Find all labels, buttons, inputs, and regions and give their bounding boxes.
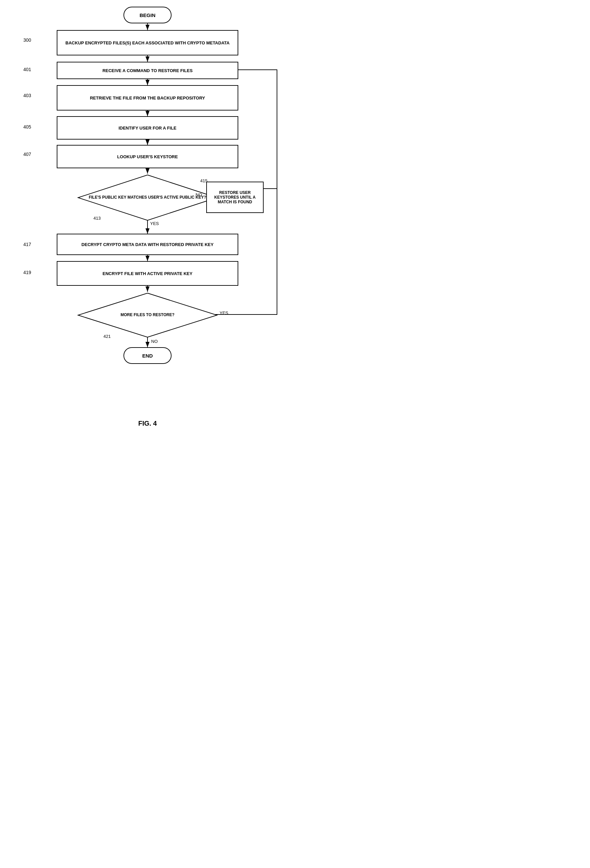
step-417: DECRYPT CRYPTO META DATA WITH RESTORED P… <box>57 234 238 255</box>
step-419: ENCRYPT FILE WITH ACTIVE PRIVATE KEY <box>57 261 238 286</box>
ref-417: 417 <box>24 242 31 247</box>
step-405: IDENTIFY USER FOR A FILE <box>57 116 238 140</box>
diagram-container: BEGIN 300 BACKUP ENCRYPTED FILES(S) EACH… <box>0 0 295 434</box>
ref-419: 419 <box>24 270 31 275</box>
no-label-421: NO <box>151 339 158 344</box>
begin-terminal: BEGIN <box>124 7 171 24</box>
ref-407: 407 <box>24 152 31 157</box>
flowchart: BEGIN 300 BACKUP ENCRYPTED FILES(S) EACH… <box>0 0 295 434</box>
ref-300: 300 <box>24 37 31 43</box>
ref-413: 413 <box>93 216 101 221</box>
ref-403: 403 <box>24 93 31 98</box>
ref-405: 405 <box>24 124 31 130</box>
yes-label-421: YES <box>220 310 228 316</box>
ref-401: 401 <box>24 67 31 72</box>
decision-413: FILE'S PUBLIC KEY MATCHES USER'S ACTIVE … <box>77 174 218 222</box>
step-415: RESTORE USER KEYSTORES UNTIL A MATCH IS … <box>206 182 264 213</box>
yes-label-413: YES <box>150 221 159 226</box>
step-300: BACKUP ENCRYPTED FILES(S) EACH ASSOCIATE… <box>57 30 238 55</box>
end-terminal: END <box>124 347 171 364</box>
decision-421: MORE FILES TO RESTORE? <box>77 292 218 338</box>
step-401: RECEIVE A COMMAND TO RESTORE FILES <box>57 62 238 79</box>
figure-caption: FIG. 4 <box>138 420 157 427</box>
ref-421: 421 <box>103 334 111 339</box>
step-407: LOOKUP USER'S KEYSTORE <box>57 145 238 168</box>
step-403: RETRIEVE THE FILE FROM THE BACKUP REPOSI… <box>57 85 238 111</box>
